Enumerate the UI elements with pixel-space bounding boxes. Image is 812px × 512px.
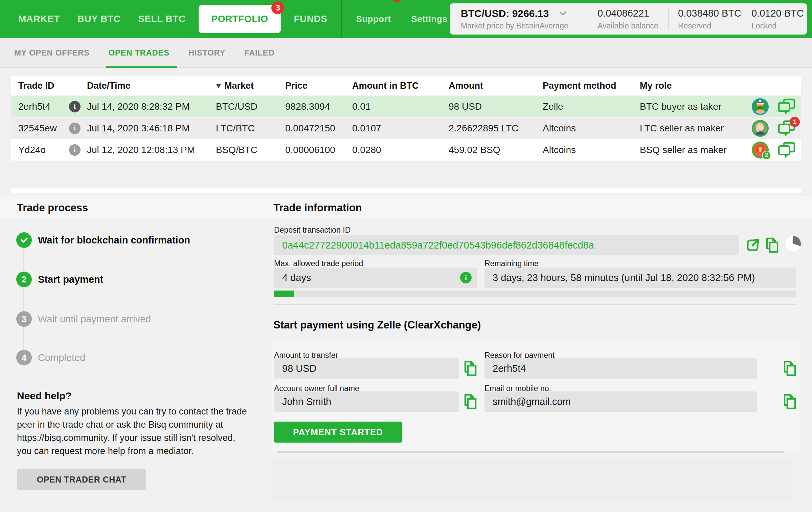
amount-btc-cell: 0.0280	[349, 145, 447, 155]
section-divider	[274, 304, 796, 305]
price-cell: 9828.3094	[281, 101, 349, 112]
market-price-value: BTC/USD: 9266.13	[461, 8, 549, 19]
step-connector	[23, 327, 24, 350]
reserved-balance: 0.038480 BTC Reserved	[668, 8, 742, 30]
payment-method-cell: Altcoins	[540, 145, 638, 155]
support-notification-badge: 1	[391, 0, 403, 2]
open-in-explorer-button[interactable]	[745, 237, 761, 254]
trade-row[interactable]: 32545ew Jul 14, 2020 3:46:18 PM LTC/BTC …	[11, 118, 801, 139]
available-balance: 0.04086221 Available balance	[588, 8, 668, 30]
open-chat-icon[interactable]	[777, 142, 796, 158]
amount-btc-cell: 0.01	[349, 101, 447, 112]
step-connector	[23, 248, 24, 272]
locked-balance: 0.0120 BTC Locked	[742, 8, 807, 30]
trade-process-title: Trade process	[17, 202, 88, 214]
step-3-label: Wait until payment arrived	[38, 314, 151, 325]
date-cell: Jul 14, 2020 3:46:18 PM	[85, 123, 214, 134]
step-2-label: Start payment	[38, 274, 103, 285]
table-header-row: Trade ID Date/Time Market Price Amount i…	[11, 76, 801, 96]
amount-cell: 98 USD	[447, 101, 540, 112]
market-price-selector[interactable]: BTC/USD: 9266.13 Market price by Bitcoin…	[450, 8, 588, 30]
open-chat-icon[interactable]: 1	[777, 120, 796, 136]
trade-information-title: Trade information	[273, 202, 362, 214]
tab-history[interactable]: HISTORY	[188, 38, 226, 67]
amount-cell: 2.26622895 LTC	[447, 123, 540, 134]
col-header-price[interactable]: Price	[281, 81, 349, 91]
trade-id-cell: Yd24o	[11, 145, 65, 155]
trade-row[interactable]: Yd24o Jul 12, 2020 12:08:13 PM BSQ/BTC 0…	[11, 139, 801, 161]
nav-item-buy-btc[interactable]: BUY BTC	[69, 0, 129, 38]
trade-info-icon[interactable]	[69, 123, 81, 134]
avatar-icon	[751, 120, 769, 137]
trade-info-icon[interactable]	[69, 144, 81, 156]
main-nav: MARKET BUY BTC SELL BTC PORTFOLIO 3 FUND…	[0, 0, 336, 38]
col-header-payment-method[interactable]: Payment method	[540, 81, 638, 91]
payment-method-cell: Altcoins	[540, 123, 638, 134]
peer-avatar[interactable]	[751, 98, 769, 115]
payment-started-button[interactable]: PAYMENT STARTED	[274, 422, 402, 443]
market-cell: BTC/USD	[214, 101, 281, 112]
date-cell: Jul 14, 2020 8:28:32 PM	[85, 101, 214, 112]
step-connector	[23, 287, 24, 311]
tab-open-trades[interactable]: OPEN TRADES	[109, 38, 170, 67]
open-chat-icon[interactable]	[777, 99, 796, 115]
trade-row[interactable]: 2erh5t4 Jul 14, 2020 8:28:32 PM BTC/USD …	[11, 96, 801, 118]
copy-icon	[765, 237, 780, 254]
nav-item-settings[interactable]: Settings	[401, 0, 458, 38]
peer-avatar[interactable]: 2	[751, 141, 769, 159]
reason-for-payment-field: 2erh5t4	[484, 358, 757, 379]
date-cell: Jul 12, 2020 12:08:13 PM	[85, 145, 214, 155]
col-header-date-time[interactable]: Date/Time	[85, 81, 214, 91]
copy-email-button[interactable]	[782, 393, 797, 411]
price-cell: 0.00472150	[281, 123, 349, 134]
max-trade-period-label: Max. allowed trade period	[274, 259, 363, 268]
step-1-label: Wait for blockchain confirmation	[38, 235, 190, 246]
trade-period-progress-fill	[274, 291, 294, 297]
external-link-icon	[745, 237, 761, 253]
nav-item-support[interactable]: Support 1	[346, 0, 401, 38]
copy-amount-button[interactable]	[463, 360, 478, 378]
account-owner-field: John Smith	[274, 391, 459, 412]
my-role-cell: LTC seller as maker	[638, 123, 748, 134]
open-trades-table: Trade ID Date/Time Market Price Amount i…	[11, 76, 801, 193]
peer-avatar[interactable]	[751, 120, 769, 137]
nav-item-sell-btc[interactable]: SELL BTC	[129, 0, 194, 38]
market-price-widget[interactable]: BTC/USD: 9266.13 Market price by Bitcoin…	[450, 3, 807, 35]
copy-reason-button[interactable]	[782, 360, 797, 378]
step-1-done-icon	[16, 232, 32, 248]
col-header-amount-btc[interactable]: Amount in BTC	[349, 81, 447, 91]
nav-item-market[interactable]: MARKET	[9, 0, 69, 38]
trade-id-cell: 32545ew	[11, 123, 65, 134]
col-header-market[interactable]: Market	[214, 81, 281, 91]
deposit-tx-label: Deposit transaction ID	[274, 226, 351, 235]
amount-to-transfer-field: 98 USD	[274, 358, 459, 379]
remaining-time-label: Remaining time	[484, 259, 539, 268]
step-3-number: 3	[16, 311, 32, 327]
price-cell: 0.00006100	[281, 145, 349, 155]
market-price-source: Market price by BitcoinAverage	[461, 21, 588, 30]
copy-icon	[782, 393, 797, 410]
copy-txid-button[interactable]	[765, 237, 780, 255]
chevron-down-icon	[559, 8, 566, 16]
open-trader-chat-button[interactable]: OPEN TRADER CHAT	[17, 469, 146, 490]
avatar-icon	[751, 98, 769, 115]
copy-icon	[463, 393, 478, 410]
sort-desc-icon	[216, 84, 221, 88]
col-header-trade-id[interactable]: Trade ID	[11, 81, 65, 91]
trade-information-panel: Trade information Deposit transaction ID…	[273, 196, 802, 512]
col-header-my-role[interactable]: My role	[638, 81, 748, 91]
tab-my-open-offers[interactable]: MY OPEN OFFERS	[14, 38, 90, 67]
trade-id-cell: 2erh5t4	[11, 101, 65, 112]
col-header-amount[interactable]: Amount	[447, 81, 540, 91]
bottom-divider	[277, 451, 784, 453]
copy-owner-button[interactable]	[463, 393, 478, 411]
peer-trades-count-badge: 2	[762, 151, 771, 160]
trade-info-icon[interactable]	[69, 101, 81, 112]
chat-bubbles-icon	[777, 99, 796, 115]
nav-item-portfolio[interactable]: PORTFOLIO 3	[199, 5, 281, 33]
max-trade-period-field: 4 days	[274, 268, 477, 288]
tab-failed[interactable]: FAILED	[244, 38, 274, 67]
portfolio-notification-badge: 3	[271, 1, 284, 14]
nav-item-funds[interactable]: FUNDS	[285, 0, 336, 38]
trade-period-info-icon[interactable]	[460, 272, 472, 283]
